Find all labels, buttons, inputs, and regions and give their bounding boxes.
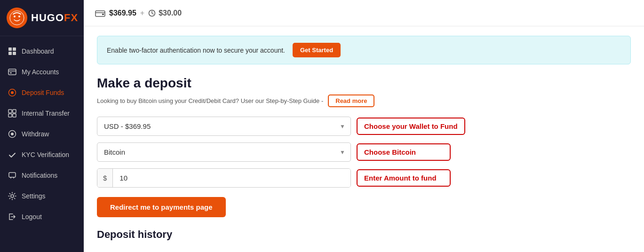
- svg-point-18: [11, 195, 14, 197]
- sidebar-item-withdraw-label: Withdraw: [22, 130, 49, 138]
- svg-rect-6: [13, 52, 16, 55]
- crypto-select[interactable]: Bitcoin: [97, 142, 351, 162]
- read-more-button[interactable]: Read more: [328, 94, 374, 107]
- logo-text: HUGOFX: [31, 12, 78, 24]
- wallet-select-group: USD - $369.95 ▼ Choose your Wallet to Fu…: [97, 117, 631, 136]
- sidebar-item-settings-label: Settings: [22, 192, 46, 200]
- amount-group: $ Enter Amount to fund: [97, 168, 631, 188]
- clock-icon: [148, 9, 156, 17]
- sidebar-item-logout[interactable]: Logout: [0, 206, 84, 227]
- wallet-icon: [95, 9, 105, 17]
- deposit-history-title: Deposit history: [97, 228, 631, 241]
- sidebar-item-kyc-verification[interactable]: KYC Verification: [0, 144, 84, 165]
- amount-row: $ Enter Amount to fund: [97, 168, 631, 188]
- sidebar-item-notifications[interactable]: Notifications: [0, 165, 84, 186]
- get-started-button[interactable]: Get Started: [293, 43, 341, 57]
- svg-rect-7: [8, 69, 16, 75]
- my-accounts-icon: [8, 67, 17, 77]
- alert-banner: Enable two-factor authentication now to …: [97, 36, 631, 64]
- amount-input[interactable]: [113, 169, 350, 187]
- pending-amount: $30.00: [159, 9, 182, 17]
- sidebar-item-withdraw[interactable]: Withdraw: [0, 124, 84, 144]
- crypto-select-wrapper: Bitcoin ▼: [97, 142, 351, 162]
- wallet-select-wrapper: USD - $369.95 ▼: [97, 117, 351, 136]
- svg-rect-4: [13, 47, 16, 51]
- svg-rect-5: [8, 52, 12, 55]
- alert-message: Enable two-factor authentication now to …: [107, 47, 285, 54]
- sidebar-item-logout-label: Logout: [22, 213, 42, 220]
- wallet-select-row: USD - $369.95 ▼ Choose your Wallet to Fu…: [97, 117, 631, 136]
- sidebar-item-dashboard[interactable]: Dashboard: [0, 41, 84, 62]
- svg-point-16: [11, 133, 14, 135]
- svg-rect-13: [8, 114, 12, 117]
- dashboard-icon: [8, 47, 17, 56]
- wallet-select[interactable]: USD - $369.95: [97, 117, 351, 136]
- balance-separator: +: [140, 9, 144, 17]
- deposit-form: USD - $369.95 ▼ Choose your Wallet to Fu…: [97, 117, 631, 217]
- sidebar-item-my-accounts[interactable]: My Accounts: [0, 62, 84, 82]
- deposit-funds-icon: [8, 88, 17, 97]
- sidebar-item-notifications-label: Notifications: [22, 172, 57, 179]
- sidebar-item-internal-transfer-label: Internal Transfer: [22, 110, 70, 117]
- sidebar-item-internal-transfer[interactable]: Internal Transfer: [0, 103, 84, 124]
- content-area: Enable two-factor authentication now to …: [84, 26, 644, 252]
- sidebar-item-deposit-funds[interactable]: Deposit Funds: [0, 82, 84, 103]
- balance-amount: $369.95: [109, 9, 136, 17]
- notifications-icon: [8, 171, 17, 180]
- logo-icon: [7, 8, 27, 28]
- logo: HUGOFX: [0, 0, 84, 36]
- svg-rect-20: [102, 14, 104, 15]
- sidebar-item-kyc-label: KYC Verification: [22, 151, 69, 158]
- sidebar-item-dashboard-label: Dashboard: [22, 47, 54, 55]
- main-content: $369.95 + $30.00 Enable two-factor authe…: [84, 0, 644, 252]
- svg-point-1: [14, 16, 16, 17]
- withdraw-icon: [8, 129, 17, 139]
- pending-balance: $30.00: [148, 9, 182, 17]
- internal-transfer-icon: [8, 109, 17, 118]
- kyc-icon: [8, 150, 17, 159]
- svg-rect-11: [8, 110, 12, 113]
- logout-icon: [8, 212, 17, 221]
- svg-rect-3: [8, 47, 12, 51]
- sidebar-item-my-accounts-label: My Accounts: [22, 68, 59, 76]
- page-title: Make a deposit: [97, 76, 631, 91]
- svg-rect-14: [13, 114, 16, 117]
- amount-input-wrapper: $: [97, 168, 351, 188]
- bitcoin-tooltip: Choose Bitcoin: [357, 143, 451, 161]
- subtitle: Looking to buy Bitcoin using your Credit…: [97, 94, 631, 107]
- svg-point-10: [11, 91, 14, 94]
- redirect-button[interactable]: Redirect me to payments page: [97, 197, 226, 217]
- svg-rect-8: [10, 72, 12, 73]
- sidebar-item-deposit-funds-label: Deposit Funds: [22, 89, 64, 96]
- wallet-tooltip: Choose your Wallet to Fund: [357, 118, 465, 135]
- crypto-select-row: Bitcoin ▼ Choose Bitcoin: [97, 142, 631, 162]
- subtitle-text: Looking to buy Bitcoin using your Credit…: [97, 97, 323, 104]
- svg-rect-17: [9, 173, 16, 177]
- sidebar-item-settings[interactable]: Settings: [0, 186, 84, 206]
- amount-tooltip: Enter Amount to fund: [357, 169, 451, 187]
- currency-prefix: $: [97, 169, 113, 187]
- svg-rect-12: [13, 110, 16, 113]
- sidebar: HUGOFX Dashboard My Accounts Deposit Fun…: [0, 0, 84, 252]
- header-balance: $369.95 + $30.00: [95, 9, 182, 17]
- crypto-select-group: Bitcoin ▼ Choose Bitcoin: [97, 142, 631, 162]
- settings-icon: [8, 191, 17, 201]
- nav-items: Dashboard My Accounts Deposit Funds Inte…: [0, 36, 84, 252]
- header: $369.95 + $30.00: [84, 0, 644, 26]
- svg-point-2: [18, 16, 20, 17]
